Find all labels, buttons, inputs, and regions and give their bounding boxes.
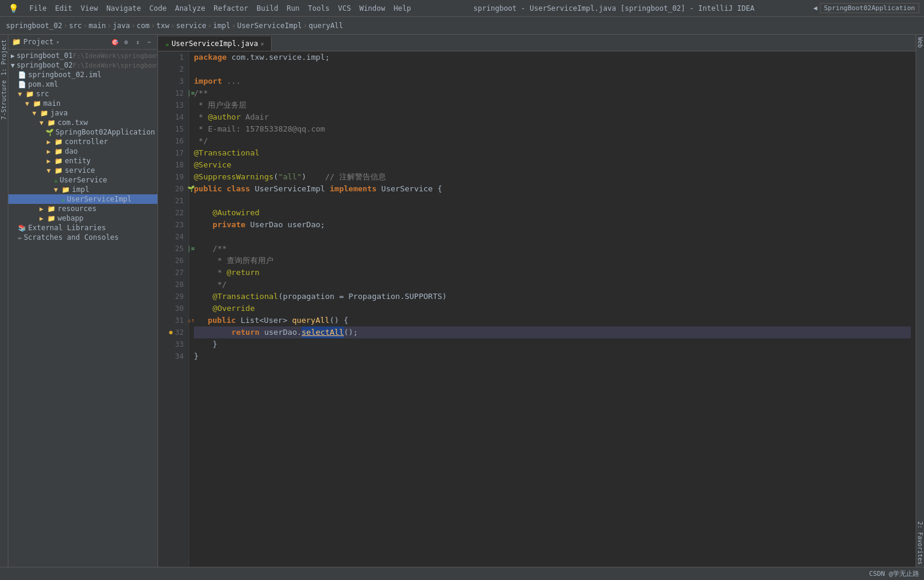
menu-refactor[interactable]: Refactor bbox=[210, 3, 252, 14]
code-line-17[interactable]: @Transactional bbox=[194, 147, 911, 159]
line-num-22: 22 bbox=[163, 207, 184, 219]
tree-item-com_txw[interactable]: ▼ 📁com.txw bbox=[8, 118, 157, 127]
menu-navigate[interactable]: Navigate bbox=[103, 3, 145, 14]
menu-edit[interactable]: Edit bbox=[51, 3, 76, 14]
code-line-22[interactable]: @Autowired bbox=[194, 207, 911, 219]
code-line-18[interactable]: @Service bbox=[194, 159, 911, 171]
token-20-0: public bbox=[194, 183, 227, 195]
menu-tools[interactable]: Tools bbox=[305, 3, 333, 14]
tree-item-springboot_01[interactable]: ▶ springboot_01 F:\IdeaWork\springboot bbox=[8, 51, 157, 60]
breadcrumb-part-9[interactable]: queryAll bbox=[309, 22, 344, 30]
tree-item-SpringBoot02Application[interactable]: 🌱SpringBoot02Application bbox=[8, 127, 157, 137]
code-line-28[interactable]: */ bbox=[194, 279, 911, 291]
tab-close-button[interactable]: × bbox=[260, 41, 264, 47]
code-line-29[interactable]: @Transactional(propagation = Propagation… bbox=[194, 291, 911, 303]
code-line-21[interactable] bbox=[194, 195, 911, 207]
web-tool-button[interactable]: Web bbox=[916, 35, 924, 50]
tree-item-resources[interactable]: ▶ 📁resources bbox=[8, 204, 157, 213]
code-line-1[interactable]: package com.txw.service.impl; bbox=[194, 51, 911, 63]
line-number-text-26: 26 bbox=[175, 255, 184, 267]
code-line-12[interactable]: /** bbox=[194, 87, 911, 99]
tree-item-External Libraries[interactable]: 📚External Libraries bbox=[8, 223, 157, 233]
tree-item-webapp[interactable]: ▶ 📁webapp bbox=[8, 213, 157, 223]
breadcrumb-part-8[interactable]: UserServiceImpl bbox=[237, 22, 302, 30]
code-line-20[interactable]: public class UserServiceImpl implements … bbox=[194, 183, 911, 195]
code-line-30[interactable]: @Override bbox=[194, 303, 911, 315]
token-23-0 bbox=[194, 219, 212, 231]
tree-item-src[interactable]: ▼ 📁src bbox=[8, 89, 157, 99]
code-line-2[interactable] bbox=[194, 63, 911, 75]
line-num-31: ⚠↑31 bbox=[163, 315, 184, 326]
code-line-16[interactable]: */ bbox=[194, 135, 911, 147]
code-content[interactable]: package com.txw.service.impl; import ...… bbox=[189, 51, 916, 567]
tree-item-dao[interactable]: ▶ 📁dao bbox=[8, 146, 157, 156]
menu-run[interactable]: Run bbox=[283, 3, 303, 14]
locate-icon[interactable]: 🎯 bbox=[110, 37, 120, 47]
code-line-27[interactable]: * @return bbox=[194, 267, 911, 279]
code-line-13[interactable]: * 用户业务层 bbox=[194, 99, 911, 111]
tree-item-UserService[interactable]: ☕UserService bbox=[8, 175, 157, 185]
menu-view[interactable]: View bbox=[77, 3, 102, 14]
line-num-16: 16 bbox=[163, 135, 184, 147]
code-line-19[interactable]: @SuppressWarnings("all") // 注解警告信息 bbox=[194, 171, 911, 183]
code-line-14[interactable]: * @author Adair bbox=[194, 111, 911, 123]
menu-analyze[interactable]: Analyze bbox=[171, 3, 209, 14]
token-27-1: @return bbox=[227, 267, 260, 279]
tree-item-pom_xml[interactable]: 📄pom.xml bbox=[8, 80, 157, 89]
breadcrumb-part-1[interactable]: src bbox=[69, 22, 82, 30]
main-menus[interactable]: FileEditViewNavigateCodeAnalyzeRefactorB… bbox=[26, 3, 415, 14]
breadcrumb-sep-8: › bbox=[303, 22, 308, 30]
structure-tool-button[interactable]: 7-Structure bbox=[0, 78, 8, 122]
code-line-15[interactable]: * E-mail: 1578533828@qq.com bbox=[194, 123, 911, 135]
code-line-31[interactable]: ● public List<User> queryAll() { bbox=[194, 315, 911, 326]
tree-item-UserServiceImpl[interactable]: ☕UserServiceImpl bbox=[8, 194, 157, 204]
menu-window[interactable]: Window bbox=[355, 3, 388, 14]
project-dropdown[interactable]: ▾ bbox=[56, 39, 60, 45]
tree-icon-src: ▼ 📁 bbox=[18, 90, 34, 98]
code-line-34[interactable]: } bbox=[194, 350, 911, 362]
tree-item-java[interactable]: ▼ 📁java bbox=[8, 108, 157, 118]
line-number-text-16: 16 bbox=[175, 135, 184, 147]
tree-item-service[interactable]: ▼ 📁service bbox=[8, 166, 157, 175]
tree-item-entity[interactable]: ▶ 📁entity bbox=[8, 156, 157, 166]
run-config-area[interactable]: ◀ SpringBoot02Application bbox=[813, 3, 919, 13]
token-20-5: { bbox=[437, 183, 442, 195]
token-32-3: . bbox=[297, 326, 302, 338]
code-line-33[interactable]: } bbox=[194, 338, 911, 350]
breadcrumb-part-3[interactable]: java bbox=[113, 22, 130, 30]
code-line-25[interactable]: /** bbox=[194, 243, 911, 255]
back-icon[interactable]: ◀ bbox=[813, 4, 817, 12]
tree-item-Scratches[interactable]: ✏Scratches and Consoles bbox=[8, 233, 157, 242]
tree-item-springboot_02[interactable]: ▼ springboot_02 F:\IdeaWork\springboot bbox=[8, 60, 157, 70]
breadcrumb-sep-6: › bbox=[208, 22, 212, 30]
tree-item-controller[interactable]: ▶ 📁controller bbox=[8, 137, 157, 146]
code-line-32[interactable]: return userDao.selectAll(); bbox=[194, 326, 911, 338]
code-line-24[interactable] bbox=[194, 231, 911, 243]
breadcrumb-part-7[interactable]: impl bbox=[213, 22, 230, 30]
code-line-26[interactable]: * 查询所有用户 bbox=[194, 255, 911, 267]
breadcrumb-part-0[interactable]: springboot_02 bbox=[6, 22, 62, 30]
menu-code[interactable]: Code bbox=[146, 3, 171, 14]
tree-item-main[interactable]: ▼ 📁main bbox=[8, 99, 157, 108]
menu-vcs[interactable]: VCS bbox=[335, 3, 355, 14]
menu-build[interactable]: Build bbox=[253, 3, 282, 14]
breadcrumb-part-4[interactable]: com bbox=[136, 22, 150, 30]
project-tool-button[interactable]: 1: Project bbox=[0, 37, 8, 78]
favorites-tool-button[interactable]: 2: Favorites bbox=[916, 519, 924, 567]
tree-item-springboot_02_iml[interactable]: 📄springboot_02.iml bbox=[8, 70, 157, 80]
minimize-icon[interactable]: − bbox=[144, 37, 154, 47]
editor-tab-userserviceimpl[interactable]: ☕ UserServiceImpl.java × bbox=[158, 36, 272, 51]
menu-file[interactable]: File bbox=[26, 3, 50, 14]
tree-label-springboot_02_iml: springboot_02.iml bbox=[28, 71, 102, 79]
code-line-3[interactable]: import ... bbox=[194, 75, 911, 87]
breadcrumb-part-2[interactable]: main bbox=[89, 22, 106, 30]
tree-item-impl[interactable]: ▼ 📁impl bbox=[8, 185, 157, 194]
menu-bar[interactable]: 💡 bbox=[5, 2, 26, 14]
settings-icon[interactable]: ⚙ bbox=[121, 37, 131, 47]
breadcrumb-part-6[interactable]: service bbox=[176, 22, 206, 30]
breadcrumb-part-5[interactable]: txw bbox=[156, 22, 169, 30]
expand-icon[interactable]: ↕ bbox=[133, 37, 142, 47]
menu-help[interactable]: Help bbox=[390, 3, 415, 14]
code-editor[interactable]: 123|≡1213141516171819🌱2021222324|≡252627… bbox=[158, 51, 916, 567]
code-line-23[interactable]: private UserDao userDao; bbox=[194, 219, 911, 231]
